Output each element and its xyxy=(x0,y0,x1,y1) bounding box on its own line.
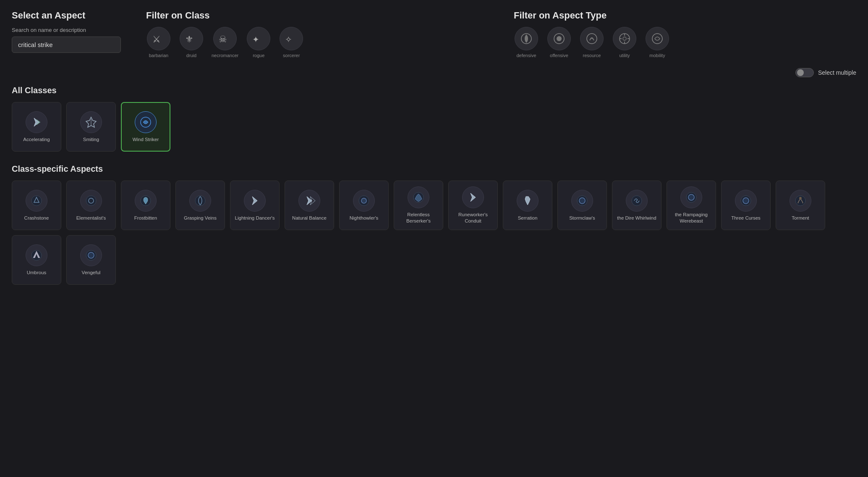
offensive-label: offensive xyxy=(550,53,568,58)
resource-label: resource xyxy=(583,53,601,58)
card-relentless-berserkers[interactable]: Relentless Berserker's xyxy=(394,181,443,230)
rogue-icon: ✦ xyxy=(247,27,270,50)
card-vengeful[interactable]: Vengeful xyxy=(66,235,116,285)
svg-text:⚜: ⚜ xyxy=(185,34,193,45)
runeworkers-conduit-label: Runeworker's Conduit xyxy=(452,212,494,224)
svg-text:✦: ✦ xyxy=(252,35,259,44)
crashstone-icon xyxy=(26,190,47,212)
card-elementalists[interactable]: Elementalist's xyxy=(66,181,116,230)
elementalists-label: Elementalist's xyxy=(76,215,106,221)
grasping-veins-icon xyxy=(189,190,211,212)
card-stormsclaws[interactable]: Stormclaw's xyxy=(557,181,607,230)
wind-striker-label: Wind Striker xyxy=(133,136,159,143)
smiting-label: Smiting xyxy=(83,136,99,143)
grasping-veins-label: Grasping Veins xyxy=(184,215,217,221)
umbrous-icon xyxy=(26,244,47,266)
filter-aspect-title: Filter on Aspect Type xyxy=(514,10,856,21)
nighthowlers-label: Nighthowler's xyxy=(350,215,379,221)
defensive-label: defensive xyxy=(516,53,536,58)
accelerating-icon xyxy=(26,111,47,133)
necromancer-label: necromancer xyxy=(212,53,238,58)
elementalists-icon xyxy=(80,190,102,212)
lightning-dancers-icon xyxy=(244,190,266,212)
card-lightning-dancers[interactable]: Lightning Dancer's xyxy=(230,181,280,230)
druid-label: druid xyxy=(186,53,196,58)
search-section: Select an Aspect Search on name or descr… xyxy=(12,10,121,53)
svg-point-7 xyxy=(557,36,562,41)
class-specific-cards-grid: Crashstone Elementalist's Frostbitten xyxy=(12,181,856,285)
card-accelerating[interactable]: Accelerating xyxy=(12,102,61,152)
card-wind-striker[interactable]: Wind Striker xyxy=(121,102,170,152)
svg-point-15 xyxy=(652,34,662,44)
card-torment[interactable]: Torment xyxy=(776,181,825,230)
rampaging-werebeast-label: the Rampaging Werebeast xyxy=(670,212,712,224)
card-smiting[interactable]: Smiting xyxy=(66,102,116,152)
filter-class-rogue[interactable]: ✦ rogue xyxy=(246,27,271,58)
select-multiple-toggle[interactable] xyxy=(795,68,814,77)
svg-point-10 xyxy=(623,37,626,40)
filter-aspect-utility[interactable]: utility xyxy=(612,27,637,58)
mobility-icon xyxy=(646,27,669,50)
card-rampaging-werebeast[interactable]: the Rampaging Werebeast xyxy=(667,181,716,230)
vengeful-icon xyxy=(80,244,102,266)
relentless-berserkers-label: Relentless Berserker's xyxy=(397,212,439,224)
svg-point-24 xyxy=(361,198,366,203)
three-curses-icon xyxy=(735,190,757,212)
natural-balance-icon xyxy=(298,190,320,212)
filter-class-druid[interactable]: ⚜ druid xyxy=(179,27,204,58)
filter-aspect-offensive[interactable]: offensive xyxy=(546,27,572,58)
rogue-label: rogue xyxy=(253,53,264,58)
filter-class-section: Filter on Class ⚔ barbarian ⚜ druid ☠ ne… xyxy=(146,10,489,58)
svg-text:⚔: ⚔ xyxy=(152,34,161,45)
relentless-berserkers-icon xyxy=(408,186,429,208)
torment-label: Torment xyxy=(792,215,809,221)
svg-point-32 xyxy=(743,198,749,204)
nighthowlers-icon xyxy=(353,190,375,212)
card-runeworkers-conduit[interactable]: Runeworker's Conduit xyxy=(448,181,498,230)
crashstone-label: Crashstone xyxy=(24,215,49,221)
frostbitten-label: Frostbitten xyxy=(134,215,157,221)
all-classes-section: All Classes Accelerating Smiting xyxy=(12,86,856,152)
utility-label: utility xyxy=(619,53,630,58)
resource-icon xyxy=(580,27,604,50)
aspect-type-icons-list: defensive offensive xyxy=(514,27,856,58)
class-specific-heading: Class-specific Aspects xyxy=(12,164,856,174)
card-grasping-veins[interactable]: Grasping Veins xyxy=(175,181,225,230)
dire-whirlwind-icon xyxy=(626,190,648,212)
filter-aspect-defensive[interactable]: defensive xyxy=(514,27,539,58)
mobility-label: mobility xyxy=(649,53,665,58)
filter-class-necromancer[interactable]: ☠ necromancer xyxy=(212,27,238,58)
rampaging-werebeast-icon xyxy=(680,186,702,208)
offensive-icon xyxy=(547,27,571,50)
necromancer-icon: ☠ xyxy=(213,27,237,50)
filter-class-sorcerer[interactable]: ✧ sorcerer xyxy=(279,27,304,58)
druid-icon: ⚜ xyxy=(180,27,203,50)
search-input[interactable] xyxy=(12,37,121,53)
all-classes-heading: All Classes xyxy=(12,86,856,95)
class-specific-section: Class-specific Aspects Crashstone Elemen… xyxy=(12,164,856,285)
filter-class-title: Filter on Class xyxy=(146,10,489,21)
select-aspect-title: Select an Aspect xyxy=(12,10,121,21)
card-dire-whirlwind[interactable]: the Dire Whirlwind xyxy=(612,181,661,230)
card-natural-balance[interactable]: Natural Balance xyxy=(285,181,334,230)
svg-point-27 xyxy=(579,198,585,204)
stormsclaws-icon xyxy=(571,190,593,212)
card-nighthowlers[interactable]: Nighthowler's xyxy=(339,181,389,230)
card-three-curses[interactable]: Three Curses xyxy=(721,181,771,230)
card-serration[interactable]: Serration xyxy=(503,181,552,230)
filter-aspect-mobility[interactable]: mobility xyxy=(645,27,670,58)
svg-point-19 xyxy=(86,196,96,206)
sorcerer-icon: ✧ xyxy=(280,27,303,50)
utility-icon xyxy=(613,27,636,50)
umbrous-label: Umbrous xyxy=(27,270,47,276)
card-frostbitten[interactable]: Frostbitten xyxy=(121,181,170,230)
select-multiple-label: Select multiple xyxy=(818,69,856,76)
filter-aspect-resource[interactable]: resource xyxy=(579,27,604,58)
card-umbrous[interactable]: Umbrous xyxy=(12,235,61,285)
wind-striker-icon xyxy=(135,111,157,133)
smiting-icon xyxy=(80,111,102,133)
sorcerer-label: sorcerer xyxy=(283,53,300,58)
class-icons-list: ⚔ barbarian ⚜ druid ☠ necromancer ✦ xyxy=(146,27,489,58)
filter-class-barbarian[interactable]: ⚔ barbarian xyxy=(146,27,171,58)
card-crashstone[interactable]: Crashstone xyxy=(12,181,61,230)
